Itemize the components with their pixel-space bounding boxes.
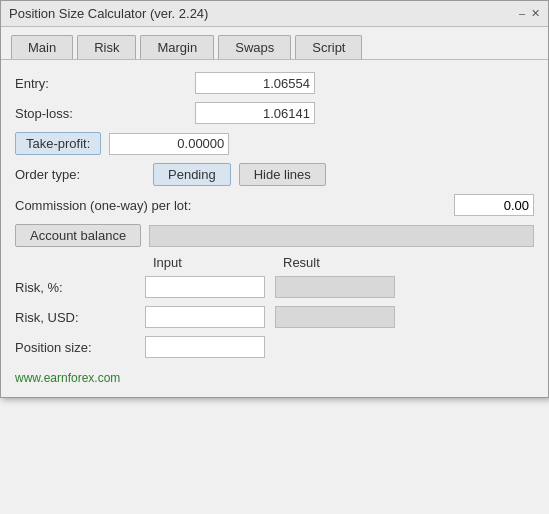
- tab-risk[interactable]: Risk: [77, 35, 136, 59]
- risk-usd-input[interactable]: [145, 306, 265, 328]
- takeprofit-button[interactable]: Take-profit:: [15, 132, 101, 155]
- risk-usd-row: Risk, USD:: [15, 306, 534, 328]
- stoploss-input[interactable]: [195, 102, 315, 124]
- risk-pct-label: Risk, %:: [15, 280, 145, 295]
- position-size-input[interactable]: [145, 336, 265, 358]
- risk-usd-label: Risk, USD:: [15, 310, 145, 325]
- stoploss-label: Stop-loss:: [15, 106, 195, 121]
- takeprofit-row: Take-profit:: [15, 132, 534, 155]
- position-size-label: Position size:: [15, 340, 145, 355]
- stoploss-row: Stop-loss:: [15, 102, 534, 124]
- risk-pct-input[interactable]: [145, 276, 265, 298]
- entry-label: Entry:: [15, 76, 195, 91]
- commission-row: Commission (one-way) per lot:: [15, 194, 534, 216]
- commission-label: Commission (one-way) per lot:: [15, 198, 454, 213]
- tab-bar: Main Risk Margin Swaps Script: [1, 27, 548, 60]
- risk-pct-row: Risk, %:: [15, 276, 534, 298]
- ordertype-row: Order type: Pending Hide lines: [15, 163, 534, 186]
- ordertype-label: Order type:: [15, 167, 145, 182]
- close-button[interactable]: ✕: [531, 7, 540, 20]
- risk-usd-result: [275, 306, 395, 328]
- risk-pct-result: [275, 276, 395, 298]
- window-controls: – ✕: [519, 7, 540, 20]
- tab-margin[interactable]: Margin: [140, 35, 214, 59]
- entry-row: Entry:: [15, 72, 534, 94]
- pending-button[interactable]: Pending: [153, 163, 231, 186]
- main-content: Entry: Stop-loss: Take-profit: Order typ…: [1, 60, 548, 397]
- account-balance-display: [149, 225, 534, 247]
- takeprofit-input[interactable]: [109, 133, 229, 155]
- input-column-header: Input: [145, 255, 275, 270]
- entry-input[interactable]: [195, 72, 315, 94]
- title-bar: Position Size Calculator (ver. 2.24) – ✕: [1, 1, 548, 27]
- tab-main[interactable]: Main: [11, 35, 73, 59]
- tab-script[interactable]: Script: [295, 35, 362, 59]
- column-headers: Input Result: [15, 255, 534, 270]
- window-title: Position Size Calculator (ver. 2.24): [9, 6, 208, 21]
- position-size-row: Position size:: [15, 336, 534, 358]
- tab-swaps[interactable]: Swaps: [218, 35, 291, 59]
- main-window: Position Size Calculator (ver. 2.24) – ✕…: [0, 0, 549, 398]
- account-balance-button[interactable]: Account balance: [15, 224, 141, 247]
- result-column-header: Result: [275, 255, 405, 270]
- footer-link[interactable]: www.earnforex.com: [15, 371, 120, 385]
- commission-input[interactable]: [454, 194, 534, 216]
- hidelines-button[interactable]: Hide lines: [239, 163, 326, 186]
- account-balance-row: Account balance: [15, 224, 534, 247]
- minimize-button[interactable]: –: [519, 7, 525, 20]
